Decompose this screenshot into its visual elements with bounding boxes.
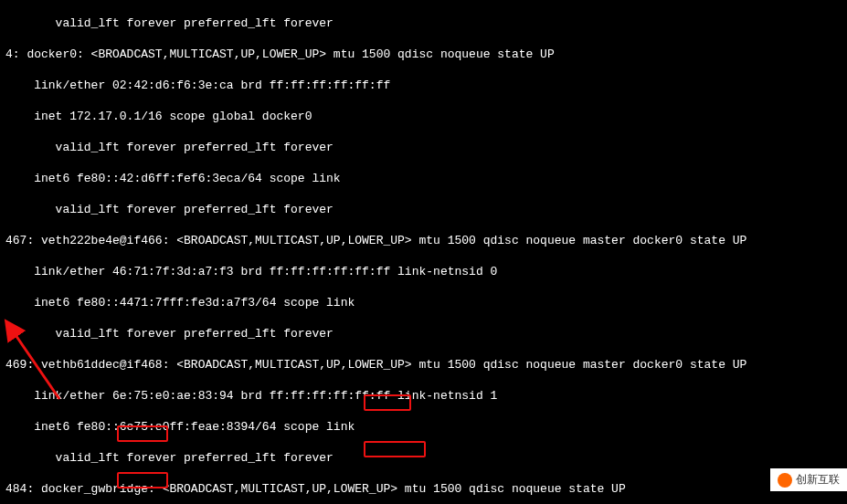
output-line: 469: vethb61ddec@if468: <BROADCAST,MULTI… [5,357,842,373]
output-line: link/ether 6e:75:e0:ae:83:94 brd ff:ff:f… [5,388,842,404]
output-line: valid_lft forever preferred_lft forever [5,326,842,341]
output-line: 4: docker0: <BROADCAST,MULTICAST,UP,LOWE… [5,47,842,62]
terminal-output[interactable]: valid_lft forever preferred_lft forever … [0,0,847,504]
watermark-logo: 创新互联 [770,468,847,491]
output-line: valid_lft forever preferred_lft forever [5,16,842,31]
output-line: inet6 fe80::42:d6ff:fef6:3eca/64 scope l… [5,171,842,186]
output-line: inet6 fe80::6c75:e0ff:feae:8394/64 scope… [5,419,842,435]
output-line: link/ether 02:42:d6:f6:3e:ca brd ff:ff:f… [5,78,842,93]
output-line: valid_lft forever preferred_lft forever [5,140,842,155]
output-line: valid_lft forever preferred_lft forever [5,202,842,217]
output-line: inet6 fe80::4471:7fff:fe3d:a7f3/64 scope… [5,295,842,310]
output-line: valid_lft forever preferred_lft forever [5,450,842,466]
output-line: inet 172.17.0.1/16 scope global docker0 [5,109,842,124]
output-line: 467: veth222be4e@if466: <BROADCAST,MULTI… [5,233,842,248]
output-line: link/ether 46:71:7f:3d:a7:f3 brd ff:ff:f… [5,264,842,279]
output-line: 484: docker_gwbridge: <BROADCAST,MULTICA… [5,481,842,497]
logo-icon [778,473,792,488]
logo-text: 创新互联 [796,472,840,488]
